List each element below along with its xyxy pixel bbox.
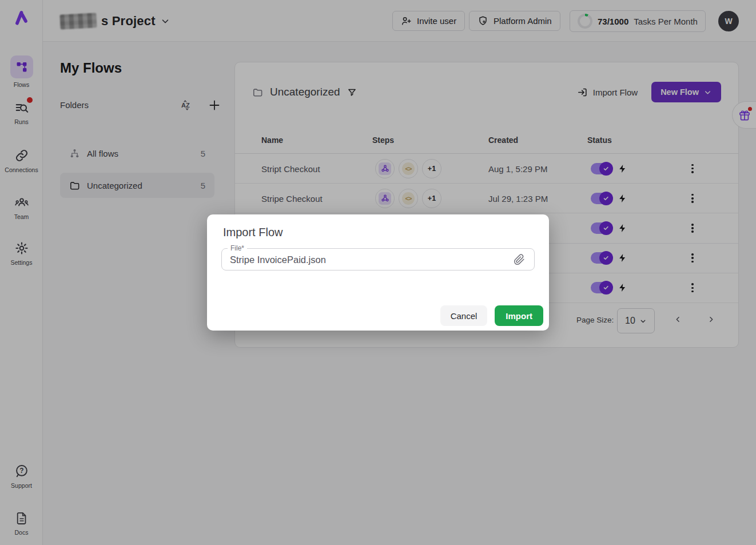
file-input-value: Stripe InvoicePaid.json [230,254,326,265]
file-input[interactable]: File* Stripe InvoicePaid.json [221,244,535,270]
cancel-button[interactable]: Cancel [440,305,488,326]
file-input-label: File* [228,244,247,252]
attach-file-button[interactable] [514,254,525,265]
import-button[interactable]: Import [495,305,543,326]
paperclip-icon [514,254,525,265]
dialog-title: Import Flow [223,226,282,239]
app-root: Flows Runs Connections [0,0,756,545]
import-flow-dialog: Import Flow File* Stripe InvoicePaid.jso… [207,214,549,331]
